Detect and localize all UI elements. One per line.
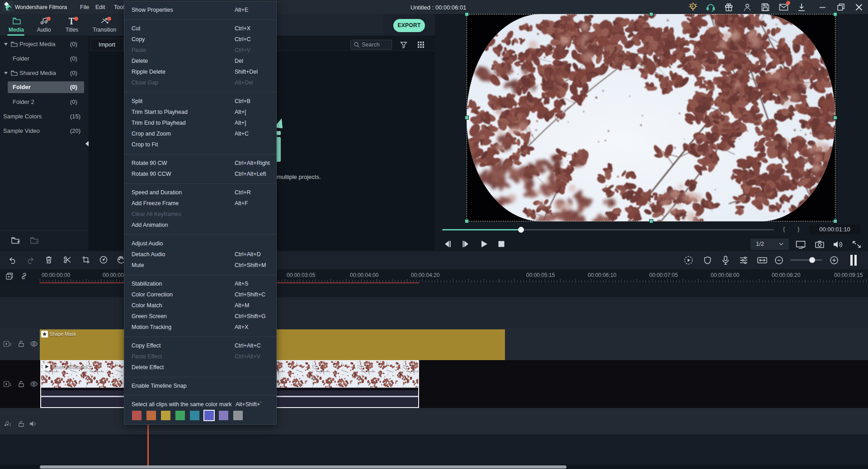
svg-text:2: 2	[9, 342, 12, 347]
svg-text:1: 1	[9, 422, 11, 427]
svg-text:1: 1	[9, 383, 12, 387]
